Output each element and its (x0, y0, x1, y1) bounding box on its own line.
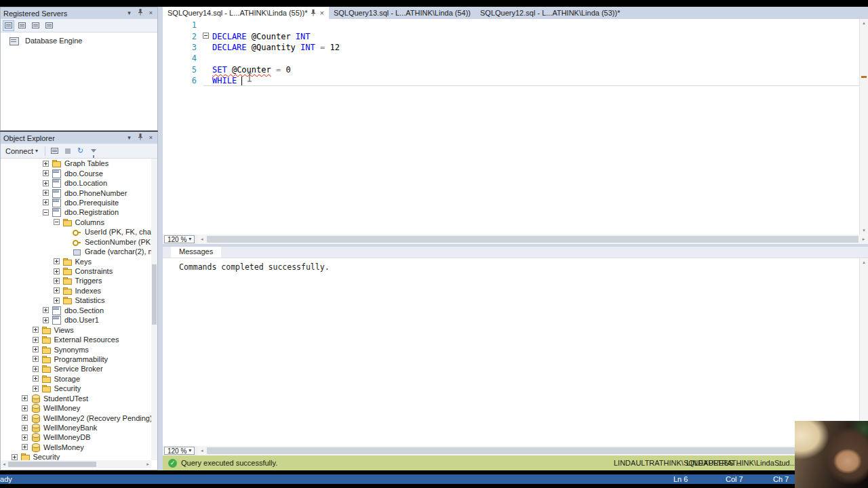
expander-plus-icon[interactable] (33, 375, 39, 382)
chevron-down-icon[interactable]: ▾ (125, 134, 133, 142)
expander-plus-icon[interactable] (33, 356, 39, 362)
tree-item[interactable]: Indexes (1, 286, 151, 296)
expander-plus-icon[interactable] (33, 346, 39, 352)
expander-minus-icon[interactable] (54, 219, 60, 225)
document-tab[interactable]: SQLQuery12.sql - L...ATHINK\Linda (53))* (475, 7, 625, 19)
database-engine-icon[interactable] (3, 20, 14, 31)
expander-plus-icon[interactable] (22, 405, 28, 411)
close-icon[interactable]: × (147, 134, 155, 142)
document-tab[interactable]: SQLQuery14.sql - L...ATHINK\Linda (55))*… (163, 7, 329, 19)
tree-item[interactable]: WellsMoney (1, 443, 151, 452)
vertical-splitter[interactable] (158, 7, 163, 470)
scrollbar-track[interactable]: ◂ ▸ (197, 235, 868, 244)
tree-item[interactable]: Triggers (1, 276, 151, 285)
code-line[interactable]: 6WHILE (163, 75, 859, 86)
expander-plus-icon[interactable] (54, 268, 60, 274)
expander-plus-icon[interactable] (54, 258, 60, 264)
tree-item[interactable]: dbo.Section (1, 306, 151, 315)
tree-item[interactable]: StudentUTest (1, 394, 151, 403)
pin-icon[interactable] (136, 9, 144, 18)
code-line[interactable]: 2DECLARE @Counter INT (163, 30, 859, 41)
expander-plus-icon[interactable] (22, 425, 28, 431)
tree-item[interactable]: Columns (1, 218, 151, 227)
tree-item[interactable]: Graph Tables (1, 159, 151, 168)
code-line[interactable]: 5SET @Counter = 0 (163, 64, 859, 75)
close-icon[interactable]: × (319, 9, 323, 17)
tree-item[interactable]: Statistics (1, 296, 151, 305)
tree-item[interactable]: dbo.Prerequisite (1, 198, 151, 207)
scroll-right-icon[interactable]: ▸ (859, 235, 868, 244)
scroll-left-icon[interactable]: ◂ (197, 446, 206, 455)
expander-plus-icon[interactable] (43, 199, 49, 205)
tree-item[interactable]: dbo.Location (1, 178, 151, 188)
expander-plus-icon[interactable] (54, 298, 60, 304)
scrollbar-thumb[interactable] (207, 447, 859, 454)
tree-item[interactable]: Synonyms (1, 344, 151, 354)
expander-plus-icon[interactable] (22, 444, 28, 450)
chevron-down-icon[interactable]: ▾ (125, 9, 133, 17)
tree-item[interactable]: External Resources (1, 335, 151, 344)
refresh-icon[interactable]: ↻ (75, 146, 85, 156)
messages-vertical-scrollbar[interactable]: ▴ ▾ (859, 258, 868, 446)
stop-icon[interactable] (62, 146, 73, 156)
expander-plus-icon[interactable] (43, 161, 49, 167)
tree-item[interactable]: Service Broker (1, 364, 151, 373)
scroll-up-icon[interactable]: ▴ (860, 258, 868, 266)
scroll-right-icon[interactable]: ▸ (144, 460, 151, 468)
object-explorer-horizontal-scrollbar[interactable]: ◂ ▸ (1, 460, 151, 468)
code-line[interactable]: 1 (163, 20, 859, 30)
document-tab[interactable]: SQLQuery13.sql - L...ATHINK\Linda (54)) (329, 7, 475, 19)
tree-item[interactable]: Keys (1, 256, 151, 266)
expander-plus-icon[interactable] (33, 327, 39, 333)
tree-item[interactable]: SectionNumber (PK, FK (1, 237, 151, 247)
tree-item[interactable]: Security (1, 384, 151, 393)
object-explorer-vertical-scrollbar[interactable] (151, 159, 157, 460)
code-editor[interactable]: 12DECLARE @Counter INT3DECLARE @Quantity… (163, 19, 868, 235)
reporting-services-icon[interactable] (30, 20, 41, 31)
messages-zoom-control[interactable]: 120 % ▾ (164, 447, 195, 455)
expander-plus-icon[interactable] (12, 454, 18, 460)
expander-plus-icon[interactable] (22, 415, 28, 421)
disconnect-icon[interactable] (50, 146, 60, 156)
code-line[interactable]: 4 (163, 53, 859, 64)
tree-item[interactable]: UserId (PK, FK, char(9), (1, 227, 151, 237)
tree-item[interactable]: dbo.Registration (1, 207, 151, 217)
tree-item[interactable]: WellMoney2 (Recovery Pending) (1, 413, 151, 422)
expander-plus-icon[interactable] (54, 278, 60, 284)
close-icon[interactable]: × (147, 9, 155, 17)
tree-item[interactable]: Views (1, 325, 151, 334)
scrollbar-thumb[interactable] (152, 264, 157, 325)
tree-item[interactable]: WellMoney (1, 403, 151, 413)
editor-vertical-scrollbar[interactable]: ▴ ▾ (859, 19, 868, 235)
pin-icon[interactable] (311, 9, 316, 16)
expander-plus-icon[interactable] (22, 395, 28, 401)
scroll-left-icon[interactable]: ◂ (197, 235, 206, 244)
expander-minus-icon[interactable] (43, 209, 49, 216)
scrollbar-track[interactable]: ◂ ▸ (197, 446, 868, 455)
tree-item[interactable]: Security (1, 452, 151, 460)
expander-plus-icon[interactable] (43, 190, 49, 196)
analysis-services-icon[interactable] (16, 20, 28, 31)
tree-item[interactable]: Programmability (1, 354, 151, 364)
messages-text[interactable]: Commands completed successfully. (163, 258, 859, 446)
tree-item[interactable]: dbo.User1 (1, 315, 151, 325)
expander-plus-icon[interactable] (33, 337, 39, 343)
fold-minus-icon[interactable] (203, 33, 209, 39)
editor-zoom-control[interactable]: 120 % ▾ (164, 235, 195, 243)
expander-plus-icon[interactable] (43, 170, 49, 176)
expander-plus-icon[interactable] (22, 434, 28, 441)
pin-icon[interactable] (136, 134, 144, 142)
tree-item[interactable]: dbo.PhoneNumber (1, 188, 151, 197)
filter-icon[interactable] (88, 146, 98, 156)
scrollbar-thumb[interactable] (207, 236, 859, 243)
tree-item-database-engine[interactable]: Database Engine (1, 33, 157, 45)
tree-item[interactable]: WellMoneyDB (1, 432, 151, 442)
scrollbar-thumb[interactable] (8, 462, 96, 467)
tree-item[interactable]: Constraints (1, 266, 151, 276)
expander-plus-icon[interactable] (43, 317, 49, 323)
tab-messages[interactable]: Messages (171, 247, 221, 258)
expander-plus-icon[interactable] (43, 180, 49, 186)
scroll-left-icon[interactable]: ◂ (1, 460, 7, 468)
code-line[interactable]: 3DECLARE @Quantity INT = 12 (163, 42, 859, 53)
integration-services-icon[interactable] (43, 20, 55, 31)
